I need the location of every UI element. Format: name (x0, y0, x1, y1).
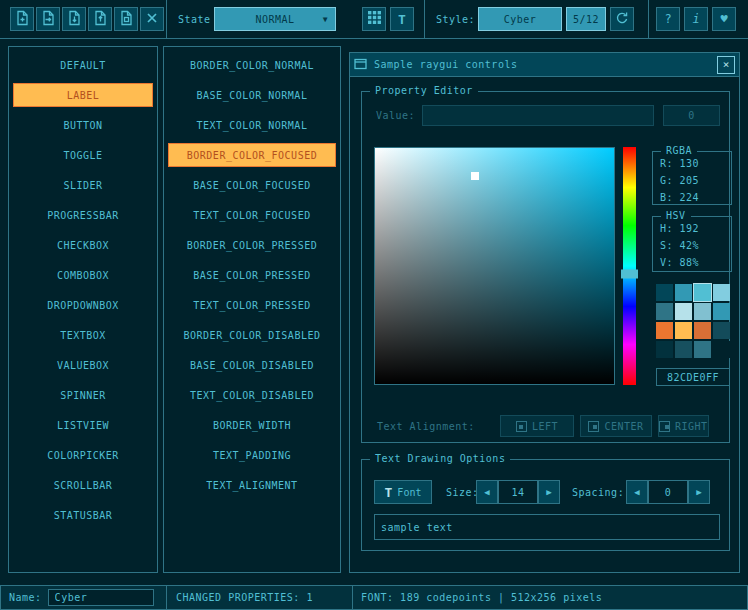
style-name-button[interactable]: Cyber (478, 7, 562, 31)
color-swatch[interactable] (694, 303, 711, 320)
sv-panel[interactable] (374, 147, 615, 385)
control-list-item[interactable]: TOGGLE (13, 143, 153, 167)
statusbar-font-section: FONT: 189 codepoints | 512x256 pixels (352, 585, 748, 610)
info-button[interactable]: i (684, 7, 708, 31)
control-list-item[interactable]: STATUSBAR (13, 503, 153, 527)
hue-bar[interactable] (623, 147, 636, 385)
control-list-item[interactable]: COMBOBOX (13, 263, 153, 287)
property-list-item[interactable]: BASE_COLOR_PRESSED (168, 263, 336, 287)
color-swatch[interactable] (675, 341, 692, 358)
text-alignment-label: Text Alignment: (377, 415, 475, 437)
spacing-increment-button[interactable]: ▶ (688, 480, 710, 504)
color-swatch[interactable] (694, 341, 711, 358)
window-titlebar[interactable]: Sample raygui controls × (350, 53, 739, 77)
control-list-item[interactable]: SPINNER (13, 383, 153, 407)
sv-cursor[interactable] (471, 172, 479, 180)
reload-style-button[interactable] (610, 7, 634, 31)
random-style-button[interactable] (140, 7, 164, 31)
property-list-item[interactable]: BORDER_WIDTH (168, 413, 336, 437)
export-file-button[interactable] (88, 7, 112, 31)
color-swatch[interactable] (656, 303, 673, 320)
style-table-button[interactable] (362, 7, 386, 31)
color-swatch[interactable] (656, 322, 673, 339)
color-swatch[interactable] (675, 322, 692, 339)
hue-cursor[interactable] (621, 269, 638, 278)
control-list-item[interactable]: DEFAULT (13, 53, 153, 77)
text-alignment-buttons: LEFT CENTER RIGHT (500, 415, 709, 437)
group-title: Text Drawing Options (370, 453, 510, 464)
color-swatch[interactable] (713, 341, 730, 358)
rgba-g: G: 205 (660, 174, 731, 188)
style-template-button[interactable] (114, 7, 138, 31)
control-list-item[interactable]: LISTVIEW (13, 413, 153, 437)
sample-text-input[interactable] (374, 514, 720, 540)
control-list-item[interactable]: COLORPICKER (13, 443, 153, 467)
style-index-button[interactable]: 5/12 (566, 7, 606, 31)
statusbar-name-section: Name: (0, 585, 167, 610)
size-decrement-button[interactable]: ◀ (476, 480, 498, 504)
control-list-item[interactable]: BUTTON (13, 113, 153, 137)
chevron-down-icon: ▼ (323, 15, 328, 24)
close-button[interactable]: × (717, 56, 735, 74)
color-swatch[interactable] (713, 303, 730, 320)
color-swatch[interactable] (713, 284, 730, 301)
property-list-item[interactable]: BASE_COLOR_DISABLED (168, 353, 336, 377)
control-list-item[interactable]: DROPDOWNBOX (13, 293, 153, 317)
controls-list: DEFAULTLABELBUTTONTOGGLESLIDERPROGRESSBA… (8, 46, 158, 573)
color-swatch[interactable] (656, 341, 673, 358)
color-swatch[interactable] (656, 284, 673, 301)
font-t-icon: T (385, 485, 393, 500)
hex-value-input[interactable] (656, 368, 730, 386)
property-list-item[interactable]: BASE_COLOR_NORMAL (168, 83, 336, 107)
property-list-item[interactable]: BORDER_COLOR_PRESSED (168, 233, 336, 257)
align-icon (516, 421, 527, 432)
control-list-item[interactable]: CHECKBOX (13, 233, 153, 257)
spacing-value[interactable]: 0 (648, 480, 688, 504)
control-list-item[interactable]: VALUEBOX (13, 353, 153, 377)
color-swatch[interactable] (675, 284, 692, 301)
color-swatch[interactable] (675, 303, 692, 320)
style-name-input[interactable] (48, 589, 154, 606)
color-swatch[interactable] (713, 322, 730, 339)
property-list-item[interactable]: BORDER_COLOR_FOCUSED (168, 143, 336, 167)
group-title: HSV (661, 210, 691, 221)
window-title: Sample raygui controls (374, 59, 517, 70)
property-list-item[interactable]: TEXT_COLOR_NORMAL (168, 113, 336, 137)
window-icon (354, 58, 367, 72)
load-file-button[interactable] (36, 7, 60, 31)
control-list-item[interactable]: SCROLLBAR (13, 473, 153, 497)
control-list-item[interactable]: LABEL (13, 83, 153, 107)
font-info-text: FONT: 189 codepoints | 512x256 pixels (361, 592, 602, 603)
load-font-button[interactable]: T Font (374, 480, 432, 504)
control-list-item[interactable]: SLIDER (13, 173, 153, 197)
close-icon: × (723, 59, 730, 70)
sample-controls-window: Sample raygui controls × Property Editor… (349, 52, 740, 573)
hsv-group: HSV H: 192 S: 42% V: 88% (652, 216, 732, 272)
help-button[interactable]: ? (656, 7, 680, 31)
property-list-item[interactable]: BORDER_COLOR_NORMAL (168, 53, 336, 77)
save-file-button[interactable] (62, 7, 86, 31)
value-input (422, 105, 654, 126)
control-list-item[interactable]: PROGRESSBAR (13, 203, 153, 227)
state-dropdown[interactable]: NORMAL ▼ (214, 7, 336, 31)
property-list-item[interactable]: TEXT_PADDING (168, 443, 336, 467)
font-atlas-button[interactable]: T (390, 7, 414, 31)
spacing-decrement-button[interactable]: ◀ (626, 480, 648, 504)
size-increment-button[interactable]: ▶ (538, 480, 560, 504)
property-list-item[interactable]: BORDER_COLOR_DISABLED (168, 323, 336, 347)
sponsor-button[interactable]: ♥ (712, 7, 736, 31)
rgba-b: B: 224 (660, 191, 731, 205)
property-list-item[interactable]: TEXT_COLOR_FOCUSED (168, 203, 336, 227)
property-list-item[interactable]: TEXT_COLOR_PRESSED (168, 293, 336, 317)
size-value[interactable]: 14 (498, 480, 538, 504)
toolbar-separator (648, 0, 649, 39)
property-list-item[interactable]: TEXT_ALIGNMENT (168, 473, 336, 497)
toolbar-separator (424, 0, 425, 39)
control-list-item[interactable]: TEXTBOX (13, 323, 153, 347)
property-list-item[interactable]: TEXT_COLOR_DISABLED (168, 383, 336, 407)
align-button-label: RIGHT (675, 421, 708, 432)
color-swatch[interactable] (694, 284, 711, 301)
color-swatch[interactable] (694, 322, 711, 339)
property-list-item[interactable]: BASE_COLOR_FOCUSED (168, 173, 336, 197)
new-file-button[interactable] (10, 7, 34, 31)
